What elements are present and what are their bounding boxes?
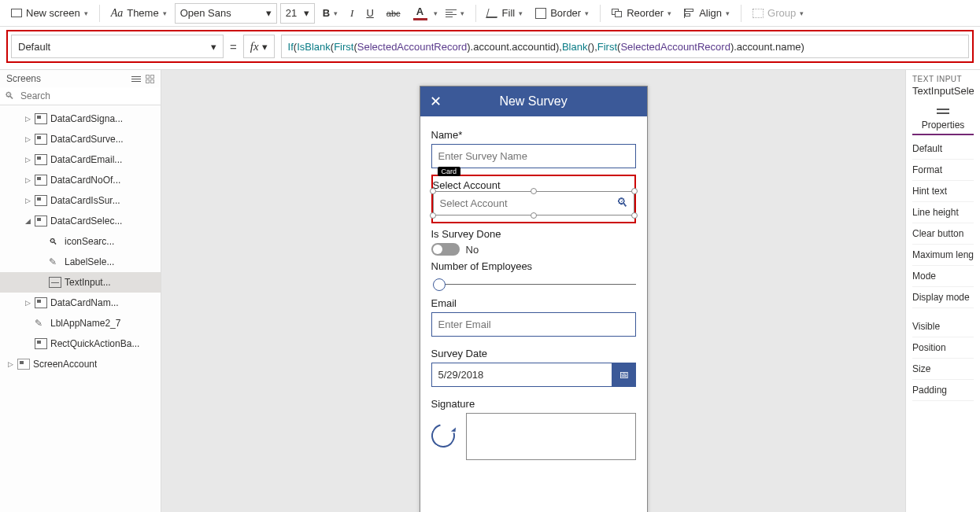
property-row[interactable]: Display mode [912, 287, 974, 308]
reorder-button[interactable]: Reorder ▾ [607, 2, 676, 24]
property-row[interactable]: Maximum length [912, 245, 974, 266]
tree-item-label: DataCardSelec... [50, 215, 122, 227]
chevron-down-icon: ▾ [585, 9, 589, 17]
formula-input[interactable]: If(IsBlank(First(SelectedAccountRecord )… [281, 35, 969, 58]
label-icon: ✎︎ [35, 318, 47, 329]
expand-toggle-icon[interactable]: ▷ [24, 176, 31, 184]
property-selector[interactable]: Default ▾ [11, 35, 224, 58]
separator [475, 5, 476, 22]
fx-button[interactable]: fx ▾ [243, 35, 275, 58]
screens-tree: ▷DataCardSigna...▷DataCardSurve...▷DataC… [0, 105, 161, 512]
tree-item-label: DataCardSurve... [50, 134, 124, 145]
screen-icon [11, 9, 22, 17]
tree-item-label: DataCardNam... [50, 297, 119, 308]
employees-slider[interactable] [431, 277, 636, 293]
property-row[interactable]: Mode [912, 266, 974, 287]
screens-search-input[interactable] [0, 87, 161, 105]
property-row[interactable]: Size [912, 359, 974, 380]
expand-toggle-icon[interactable]: ▷ [24, 115, 31, 123]
property-row[interactable]: Position [912, 337, 974, 359]
rect-icon [35, 338, 47, 349]
border-icon [535, 8, 546, 19]
tree-item[interactable]: 🔍︎iconSearc... [0, 231, 161, 252]
survey-date-value[interactable]: 5/29/2018 [431, 363, 612, 387]
tree-item[interactable]: ▷DataCardSurve... [0, 129, 161, 149]
refresh-icon[interactable] [427, 420, 459, 452]
fill-label: Fill [502, 7, 516, 19]
font-size-select[interactable]: 21 ▾ [280, 3, 315, 24]
tree-item[interactable]: ▷DataCardIsSur... [0, 190, 161, 211]
close-icon[interactable]: ✕ [430, 93, 442, 110]
property-row[interactable]: Line height [912, 202, 974, 223]
tree-item[interactable]: ▷DataCardNam... [0, 293, 161, 313]
tree-item[interactable]: ▷ScreenAccount [0, 354, 161, 374]
underline-button[interactable]: U [361, 2, 378, 24]
resize-handle[interactable] [430, 188, 436, 194]
property-row[interactable]: Default [912, 138, 974, 160]
expand-toggle-icon[interactable]: ▷ [6, 360, 14, 368]
chevron-down-icon: ▾ [668, 9, 671, 17]
font-family-select[interactable]: Open Sans ▾ [175, 3, 277, 24]
tree-item[interactable]: RectQuickActionBa... [0, 333, 161, 354]
tree-item[interactable]: ✎︎LblAppName2_7 [0, 313, 161, 333]
tree-item[interactable]: ◢DataCardSelec... [0, 211, 161, 231]
slider-thumb[interactable] [433, 278, 446, 291]
select-account-card[interactable]: Card Select Account 🔍︎ [431, 175, 636, 223]
properties-tab[interactable]: Properties [912, 101, 974, 135]
name-input[interactable] [431, 144, 636, 168]
chevron-down-icon: ▾ [163, 9, 167, 17]
toggle-switch-icon[interactable] [431, 243, 460, 256]
signature-pad[interactable] [466, 413, 636, 460]
border-button[interactable]: Border ▾ [531, 2, 594, 24]
tree-item[interactable]: ▷DataCardEmail... [0, 149, 161, 170]
expand-toggle-icon[interactable]: ▷ [24, 135, 31, 143]
survey-date-picker[interactable]: 5/29/2018 📅︎ [431, 363, 636, 387]
search-container: 🔍︎ [0, 87, 161, 105]
card-icon [35, 195, 47, 206]
new-screen-button[interactable]: New screen ▾ [6, 2, 93, 24]
tree-item[interactable]: ✎︎LabelSele... [0, 252, 161, 272]
text-align-button[interactable]: ▾ [441, 2, 469, 24]
property-row[interactable]: Hint text [912, 181, 974, 202]
phone-frame: ✕ New Survey Name* Card Select Account 🔍… [420, 86, 648, 512]
resize-handle[interactable] [631, 188, 638, 194]
email-input[interactable] [431, 312, 636, 337]
theme-icon: Aa [111, 7, 124, 20]
search-icon[interactable]: 🔍︎ [616, 196, 628, 209]
num-employees-label: Number of Employees [431, 260, 636, 272]
resize-handle[interactable] [631, 212, 638, 219]
strikethrough-button[interactable]: abc [382, 2, 405, 24]
property-row[interactable]: Visible [912, 316, 974, 337]
expand-toggle-icon[interactable]: ▷ [24, 156, 31, 164]
formula-token: First [597, 41, 617, 53]
bold-button[interactable]: B▾ [318, 2, 342, 24]
separator [741, 5, 741, 22]
theme-button[interactable]: Aa Theme ▾ [106, 2, 172, 24]
align-label: Align [699, 7, 722, 19]
resize-handle[interactable] [430, 212, 436, 219]
resize-handle[interactable] [531, 188, 537, 194]
property-row[interactable]: Format [912, 160, 974, 181]
property-row[interactable]: Clear button [912, 223, 974, 245]
property-row[interactable]: Padding [912, 380, 974, 401]
tree-item[interactable]: ▷DataCardNoOf... [0, 170, 161, 190]
canvas[interactable]: ✕ New Survey Name* Card Select Account 🔍… [161, 70, 905, 512]
card-tooltip: Card [438, 167, 461, 176]
font-color-button[interactable]: A [409, 2, 432, 24]
align-button[interactable]: Align ▾ [679, 2, 734, 24]
is-survey-toggle[interactable]: No [431, 243, 636, 256]
list-view-icon[interactable] [131, 75, 141, 83]
tree-item[interactable]: TextInput... [0, 272, 161, 293]
resize-handle[interactable] [531, 212, 537, 219]
calendar-icon[interactable]: 📅︎ [612, 363, 636, 387]
tree-item[interactable]: ▷DataCardSigna... [0, 109, 161, 129]
expand-toggle-icon[interactable]: ▷ [24, 197, 31, 204]
screens-panel-header: Screens [0, 70, 161, 87]
expand-toggle-icon[interactable]: ◢ [24, 217, 31, 225]
expand-toggle-icon[interactable]: ▷ [24, 299, 31, 307]
italic-button[interactable]: I [346, 2, 358, 24]
chevron-down-icon: ▾ [84, 9, 88, 17]
grid-view-icon[interactable] [146, 75, 154, 83]
group-button[interactable]: Group ▾ [748, 2, 808, 24]
fill-button[interactable]: Fill ▾ [483, 2, 528, 24]
